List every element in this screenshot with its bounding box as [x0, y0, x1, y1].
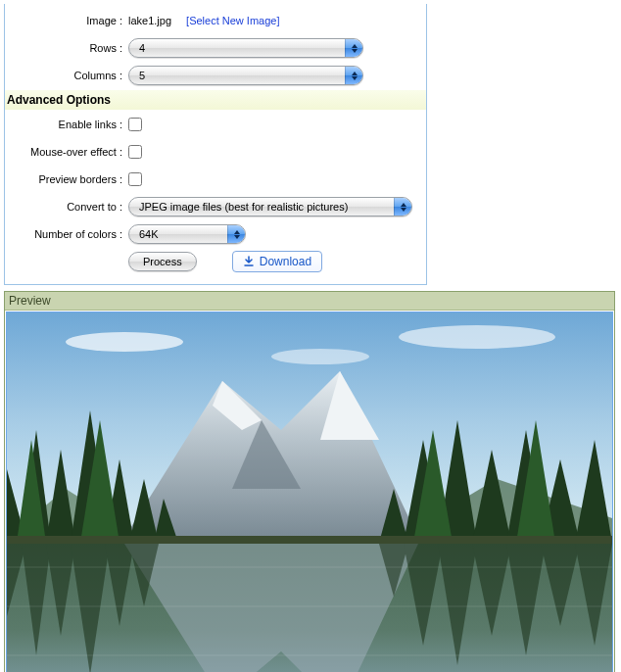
- image-label: Image :: [11, 15, 128, 26]
- svg-rect-4: [7, 536, 612, 544]
- mouseover-checkbox[interactable]: [128, 145, 142, 159]
- num-colors-select[interactable]: 64K: [128, 224, 246, 244]
- rows-select[interactable]: 4: [128, 38, 363, 58]
- preview-body: [5, 311, 614, 672]
- preview-borders-label: Preview borders :: [11, 173, 128, 185]
- num-colors-label: Number of colors :: [11, 228, 128, 240]
- preview-borders-row: Preview borders :: [11, 167, 420, 192]
- columns-row: Columns : 5: [11, 63, 420, 88]
- preview-borders-checkbox[interactable]: [128, 172, 142, 186]
- enable-links-checkbox[interactable]: [128, 118, 142, 131]
- columns-label: Columns :: [11, 70, 128, 81]
- mouseover-label: Mouse-over effect :: [11, 146, 128, 158]
- image-filename: lake1.jpg: [128, 15, 171, 26]
- rows-row: Rows : 4: [11, 35, 420, 61]
- svg-point-1: [66, 332, 183, 352]
- enable-links-row: Enable links :: [11, 112, 420, 137]
- svg-point-2: [399, 325, 555, 349]
- select-stepper-icon: [394, 198, 411, 216]
- convert-to-row: Convert to : JPEG image files (best for …: [11, 194, 420, 219]
- download-icon: [243, 256, 255, 267]
- preview-image-frame: [6, 312, 613, 672]
- columns-select[interactable]: 5: [128, 66, 363, 85]
- select-new-image-link[interactable]: [Select New Image]: [186, 15, 279, 26]
- convert-to-value: JPEG image files (best for realistic pic…: [139, 201, 348, 213]
- process-button-label: Process: [143, 256, 182, 267]
- download-button-label: Download: [260, 255, 311, 268]
- rows-value: 4: [139, 42, 145, 54]
- select-stepper-icon: [227, 225, 245, 243]
- num-colors-row: Number of colors : 64K: [11, 221, 420, 247]
- columns-value: 5: [139, 70, 145, 81]
- enable-links-label: Enable links :: [11, 119, 128, 130]
- convert-to-label: Convert to :: [11, 201, 128, 213]
- settings-panel: Image : lake1.jpg [Select New Image] Row…: [4, 4, 427, 285]
- preview-title: Preview: [5, 292, 614, 311]
- image-row: Image : lake1.jpg [Select New Image]: [11, 8, 420, 33]
- rows-label: Rows :: [11, 42, 128, 54]
- advanced-options-header: Advanced Options: [5, 90, 426, 110]
- num-colors-value: 64K: [139, 228, 159, 240]
- mouseover-row: Mouse-over effect :: [11, 139, 420, 165]
- svg-point-3: [271, 349, 369, 364]
- preview-image: [7, 312, 612, 672]
- preview-panel: Preview: [4, 291, 615, 672]
- download-button[interactable]: Download: [232, 251, 322, 272]
- convert-to-select[interactable]: JPEG image files (best for realistic pic…: [128, 197, 412, 216]
- select-stepper-icon: [345, 39, 362, 57]
- actions-row: Process Download: [11, 249, 420, 274]
- process-button[interactable]: Process: [128, 252, 197, 271]
- select-stepper-icon: [345, 67, 362, 84]
